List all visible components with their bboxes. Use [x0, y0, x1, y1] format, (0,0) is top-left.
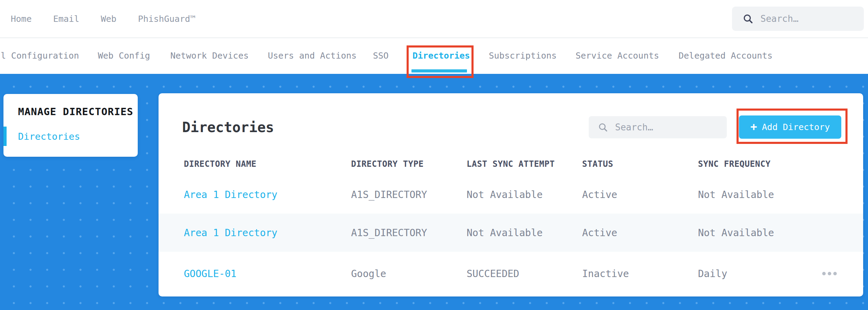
tab-service-accounts[interactable]: Service Accounts — [576, 51, 659, 61]
table-header-row: DIRECTORY NAME DIRECTORY TYPE LAST SYNC … — [159, 153, 863, 175]
plus-icon: + — [750, 121, 757, 132]
topnav-item-home[interactable]: Home — [11, 14, 32, 24]
directory-type-cell: Google — [351, 268, 467, 279]
top-nav: Home Email Web PhishGuard™ — [0, 14, 195, 24]
secondary-navigation-bar: l Configuration Web Config Network Devic… — [0, 38, 868, 74]
last-sync-attempt-cell: SUCCEEDED — [467, 268, 582, 279]
search-icon — [598, 122, 608, 132]
directory-name-link[interactable]: Area 1 Directory — [184, 227, 351, 239]
tab-network-devices[interactable]: Network Devices — [170, 51, 249, 61]
topnav-item-web[interactable]: Web — [101, 14, 116, 24]
column-header-directory-name: DIRECTORY NAME — [184, 159, 351, 169]
page: Home Email Web PhishGuard™ l Configurati… — [0, 0, 868, 310]
tab-subscriptions[interactable]: Subscriptions — [489, 51, 557, 61]
sidebar-item-directories[interactable]: Directories — [3, 127, 138, 146]
global-search-box[interactable] — [732, 7, 864, 31]
last-sync-attempt-cell: Not Available — [467, 227, 582, 239]
directory-name-link[interactable]: GOOGLE-01 — [184, 268, 351, 279]
column-header-status: STATUS — [582, 159, 698, 169]
add-directory-button-label: Add Directory — [762, 122, 830, 132]
tab-email-configuration[interactable]: l Configuration — [1, 51, 79, 61]
topnav-item-email[interactable]: Email — [53, 14, 79, 24]
panel-header-actions: + Add Directory — [589, 115, 841, 139]
table-row: Area 1 Directory A1S_DIRECTORY Not Avail… — [159, 175, 863, 214]
tab-sso[interactable]: SSO — [373, 51, 389, 61]
search-icon — [742, 13, 754, 24]
directories-table: DIRECTORY NAME DIRECTORY TYPE LAST SYNC … — [159, 153, 863, 295]
table-row: Area 1 Directory A1S_DIRECTORY Not Avail… — [159, 214, 863, 252]
add-directory-button[interactable]: + Add Directory — [739, 115, 841, 139]
topnav-item-phishguard[interactable]: PhishGuard™ — [138, 14, 196, 24]
tab-web-config[interactable]: Web Config — [98, 51, 150, 61]
status-cell: Active — [582, 227, 698, 239]
directories-panel: Directories + Add Directory — [159, 93, 863, 296]
directories-search-box[interactable] — [589, 116, 727, 138]
sync-frequency-cell: Daily — [698, 268, 822, 279]
sync-frequency-cell: Not Available — [698, 189, 822, 200]
page-title: Directories — [182, 119, 274, 135]
tab-directories[interactable]: Directories — [412, 51, 470, 61]
sync-frequency-cell: Not Available — [698, 227, 822, 239]
active-tab-underline — [411, 69, 467, 72]
status-cell: Active — [582, 189, 698, 200]
column-header-sync-frequency: SYNC FREQUENCY — [698, 159, 822, 169]
status-cell: Inactive — [582, 268, 698, 279]
tab-delegated-accounts[interactable]: Delegated Accounts — [679, 51, 773, 61]
last-sync-attempt-cell: Not Available — [467, 189, 582, 200]
manage-directories-card: MANAGE DIRECTORIES Directories — [3, 94, 138, 157]
row-actions-ellipsis-icon[interactable] — [822, 268, 837, 279]
active-item-accent-bar — [3, 127, 7, 146]
table-row: GOOGLE-01 Google SUCCEEDED Inactive Dail… — [159, 252, 863, 295]
column-header-directory-type: DIRECTORY TYPE — [351, 159, 467, 169]
column-header-last-sync-attempt: LAST SYNC ATTEMPT — [467, 159, 582, 169]
panel-header: Directories + Add Directory — [182, 115, 841, 139]
sidebar-item-label: Directories — [18, 131, 80, 142]
top-navigation-bar: Home Email Web PhishGuard™ — [0, 0, 868, 38]
directories-search-input[interactable] — [615, 122, 705, 132]
directory-type-cell: A1S_DIRECTORY — [351, 227, 467, 239]
global-search-input[interactable] — [760, 14, 845, 24]
content-area: MANAGE DIRECTORIES Directories Directori… — [0, 74, 868, 310]
directory-type-cell: A1S_DIRECTORY — [351, 189, 467, 200]
directory-name-link[interactable]: Area 1 Directory — [184, 189, 351, 200]
side-card-heading: MANAGE DIRECTORIES — [18, 106, 138, 118]
tab-users-and-actions[interactable]: Users and Actions — [268, 51, 357, 61]
